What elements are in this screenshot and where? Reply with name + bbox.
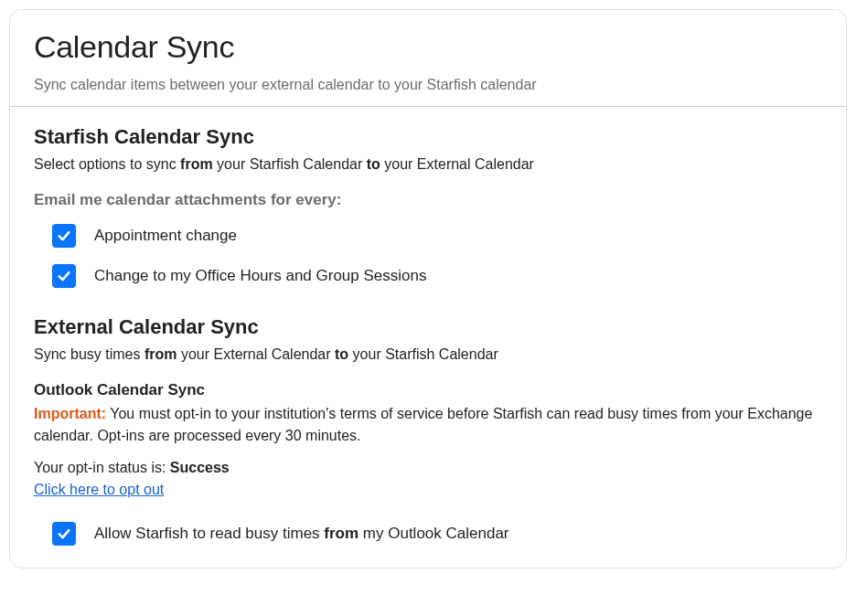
body: Starfish Calendar Sync Select options to… — [10, 107, 846, 568]
check-icon — [56, 228, 72, 244]
text-bold: from — [144, 346, 177, 362]
text: Allow Starfish to read busy times — [94, 525, 324, 542]
text-bold: from — [324, 525, 358, 542]
text: your Starfish Calendar — [213, 156, 367, 172]
office-hours-label: Change to my Office Hours and Group Sess… — [94, 267, 426, 285]
text: your External Calendar — [177, 346, 336, 362]
external-title: External Calendar Sync — [34, 315, 822, 339]
text-bold: to — [335, 346, 348, 362]
optin-status: Your opt-in status is: Success — [34, 460, 822, 476]
important-notice: Important: You must opt-in to your insti… — [34, 403, 822, 447]
status-prefix: Your opt-in status is: — [34, 460, 170, 475]
opt-out-link[interactable]: Click here to opt out — [34, 482, 164, 498]
starfish-desc: Select options to sync from your Starfis… — [34, 156, 822, 173]
text: Sync busy times — [34, 346, 144, 362]
office-hours-checkbox[interactable] — [52, 264, 76, 288]
allow-read-label: Allow Starfish to read busy times from m… — [94, 525, 509, 543]
allow-read-checkbox[interactable] — [52, 522, 76, 546]
appointment-change-label: Appointment change — [94, 227, 237, 245]
page-subtitle: Sync calendar items between your externa… — [34, 77, 822, 93]
text: Select options to sync — [34, 156, 180, 172]
appointment-change-row: Appointment change — [52, 224, 822, 248]
settings-card: Calendar Sync Sync calendar items betwee… — [9, 9, 847, 568]
text-bold: from — [180, 156, 213, 172]
office-hours-row: Change to my Office Hours and Group Sess… — [52, 264, 822, 288]
external-section: External Calendar Sync Sync busy times f… — [34, 315, 822, 546]
email-attachments-heading: Email me calendar attachments for every: — [34, 191, 822, 209]
text: my Outlook Calendar — [358, 525, 508, 542]
text: your External Calendar — [380, 156, 534, 172]
status-value: Success — [170, 460, 230, 475]
header: Calendar Sync Sync calendar items betwee… — [10, 10, 846, 107]
external-desc: Sync busy times from your External Calen… — [34, 346, 822, 363]
starfish-section: Starfish Calendar Sync Select options to… — [34, 125, 822, 288]
page-title: Calendar Sync — [34, 28, 822, 66]
check-icon — [56, 268, 72, 284]
text: your Starfish Calendar — [348, 346, 498, 362]
text-bold: to — [367, 156, 380, 172]
appointment-change-checkbox[interactable] — [52, 224, 76, 248]
outlook-title: Outlook Calendar Sync — [34, 381, 822, 399]
starfish-title: Starfish Calendar Sync — [34, 125, 822, 149]
allow-read-row: Allow Starfish to read busy times from m… — [52, 522, 822, 546]
check-icon — [56, 526, 72, 542]
important-label: Important: — [34, 406, 106, 421]
important-body: You must opt-in to your institution's te… — [34, 406, 812, 443]
